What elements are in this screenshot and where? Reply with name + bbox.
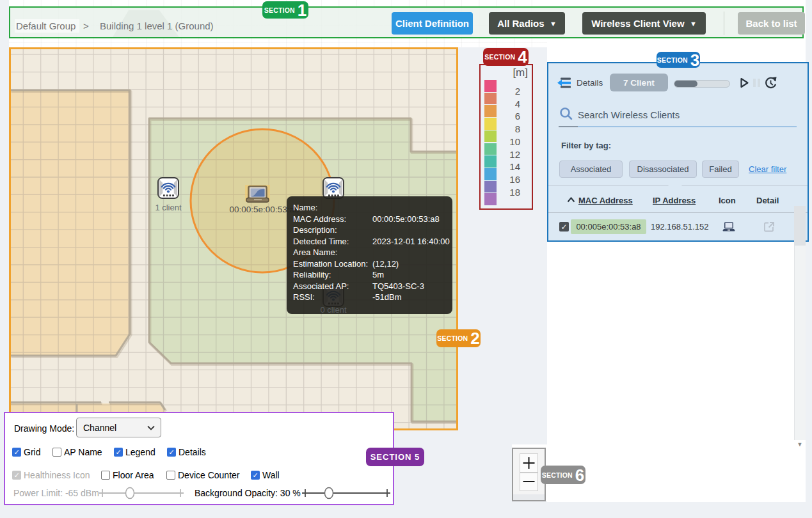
svg-text:1 client: 1 client xyxy=(155,203,182,212)
